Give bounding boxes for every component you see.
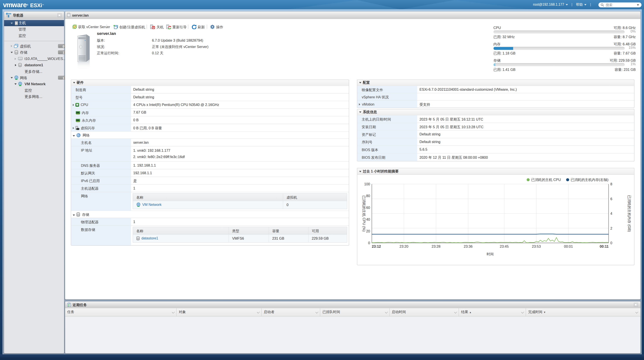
svg-text:8: 8 (610, 182, 612, 186)
svg-text:已消耗的主机 CPU (%): 已消耗的主机 CPU (%) (362, 195, 366, 232)
svg-text:23:28: 23:28 (432, 244, 440, 248)
svg-text:已消耗的主机 CPU: 已消耗的主机 CPU (531, 178, 561, 182)
svg-text:40: 40 (366, 218, 370, 221)
svg-text:00:01: 00:01 (564, 244, 573, 248)
svg-text:100: 100 (364, 182, 370, 186)
svg-text:4: 4 (610, 212, 612, 216)
svg-text:23:45: 23:45 (500, 244, 509, 248)
svg-text:2: 2 (610, 226, 612, 230)
svg-text:已消耗的主机内存 (GB): 已消耗的主机内存 (GB) (628, 195, 632, 232)
svg-text:23:36: 23:36 (464, 244, 473, 248)
svg-text:00:11: 00:11 (600, 244, 609, 248)
svg-text:0: 0 (610, 241, 612, 245)
svg-text:6: 6 (610, 197, 612, 200)
svg-text:23:12: 23:12 (372, 244, 381, 248)
svg-text:时间: 时间 (487, 252, 494, 256)
svg-text:60: 60 (366, 206, 370, 210)
svg-text:80: 80 (366, 194, 370, 198)
svg-text:0: 0 (368, 241, 370, 245)
svg-text:23:20: 23:20 (400, 244, 408, 248)
svg-text:20: 20 (366, 229, 370, 233)
svg-text:23:53: 23:53 (532, 244, 541, 248)
svg-text:已消耗的主机内存(右轴): 已消耗的主机内存(右轴) (571, 178, 608, 182)
